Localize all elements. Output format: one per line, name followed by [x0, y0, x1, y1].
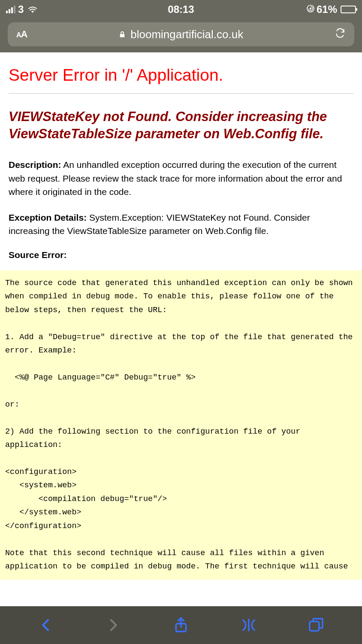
- share-button[interactable]: [172, 617, 190, 634]
- status-right: 61%: [306, 3, 356, 15]
- error-subtitle: VIEWStateKey not Found. Consider increas…: [9, 108, 353, 143]
- rotation-lock-icon: [306, 4, 315, 15]
- status-left: 3: [6, 3, 37, 15]
- svg-rect-1: [310, 8, 311, 9]
- exception-label: Exception Details:: [9, 213, 87, 222]
- carrier-label: 3: [18, 3, 24, 15]
- url-display[interactable]: bloomingartificial.co.uk: [27, 28, 335, 41]
- browser-chrome: AA bloomingartificial.co.uk: [0, 19, 362, 52]
- reload-button[interactable]: [335, 28, 346, 41]
- forward-button[interactable]: [105, 617, 122, 634]
- tabs-button[interactable]: [308, 617, 325, 634]
- clock: 08:13: [168, 3, 194, 15]
- text-size-button[interactable]: AA: [16, 29, 27, 40]
- page-content[interactable]: Server Error in '/' Application. VIEWSta…: [0, 52, 362, 606]
- svg-rect-5: [310, 622, 319, 631]
- lock-icon: [118, 28, 126, 41]
- domain-text: bloomingartificial.co.uk: [130, 28, 243, 41]
- status-bar: 3 08:13 61%: [0, 0, 362, 19]
- error-title: Server Error in '/' Application.: [9, 65, 353, 85]
- exception-paragraph: Exception Details: System.Exception: VIE…: [9, 211, 353, 238]
- address-bar[interactable]: AA bloomingartificial.co.uk: [8, 22, 354, 46]
- wifi-icon: [28, 3, 37, 15]
- browser-toolbar: [0, 606, 362, 644]
- source-error-label: Source Error:: [9, 250, 353, 260]
- signal-icon: [6, 6, 15, 13]
- description-label: Description:: [9, 160, 61, 170]
- description-paragraph: Description: An unhandled exception occu…: [9, 158, 353, 199]
- source-code-block: The source code that generated this unha…: [0, 270, 362, 580]
- back-button[interactable]: [37, 617, 54, 634]
- svg-rect-2: [120, 34, 125, 37]
- bookmarks-button[interactable]: [240, 617, 257, 634]
- battery-pct: 61%: [317, 3, 337, 15]
- divider: [9, 93, 353, 94]
- battery-icon: [341, 6, 356, 13]
